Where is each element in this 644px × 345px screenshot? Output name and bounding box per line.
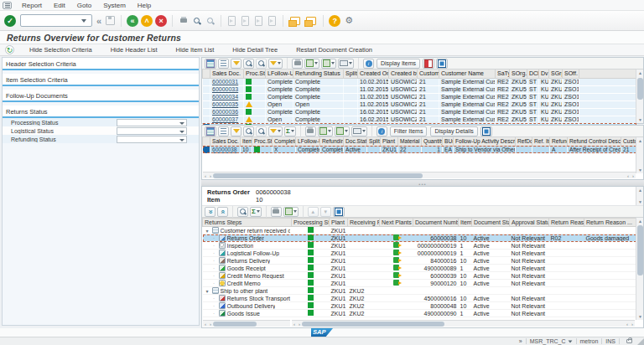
column-header[interactable]: SGrp [549, 70, 563, 78]
status-dropdown[interactable] [117, 119, 187, 126]
tree-row[interactable]: Ship to other plant ZKU1 ZKU2 [203, 287, 636, 295]
tree-expander-icon[interactable] [211, 311, 217, 316]
header-list-row[interactable]: 60000035 Open Open 11.02.2015 USOWICZK 2… [203, 100, 636, 108]
layout-grid-icon[interactable] [205, 59, 216, 69]
views-icon[interactable] [304, 59, 319, 69]
tree-expander-icon[interactable] [211, 243, 217, 248]
item-list-vscrollbar[interactable]: ▲ ▼ [636, 137, 643, 173]
column-header[interactable]: LFollow-Up [266, 70, 293, 78]
export-icon[interactable] [335, 126, 350, 136]
statusbar-overflow-icon[interactable]: » [519, 338, 522, 344]
mail-icon[interactable] [338, 59, 354, 69]
legend-icon[interactable] [423, 59, 434, 69]
move-up-icon[interactable] [308, 207, 319, 217]
command-dropdown-icon[interactable] [81, 19, 86, 23]
menu-item[interactable]: Help [132, 1, 156, 10]
tree-expander-icon[interactable] [211, 250, 217, 255]
column-header[interactable]: Approval Status [510, 219, 549, 227]
column-header[interactable]: Refunding [320, 137, 344, 146]
column-header[interactable]: BUn [443, 137, 454, 146]
mail-icon[interactable] [351, 126, 367, 136]
menu-item[interactable]: Report [17, 1, 47, 10]
tree-expander-icon[interactable] [211, 281, 217, 286]
row-selector[interactable] [203, 100, 210, 108]
sales-doc-link[interactable]: 60000038 [212, 147, 236, 152]
help-icon[interactable]: ? [329, 15, 340, 27]
column-header[interactable]: Returns Steps [203, 219, 292, 227]
create-shortcut-icon[interactable] [306, 17, 316, 25]
sales-doc-link[interactable]: 60000035 [212, 101, 238, 107]
status-dropdown[interactable] [117, 136, 187, 143]
layout-grid-icon[interactable] [205, 126, 216, 136]
column-header[interactable]: Created by [389, 70, 418, 78]
status-dropdown[interactable] [117, 127, 187, 135]
column-header[interactable]: Customer C [621, 137, 636, 146]
column-header[interactable]: Plant [330, 219, 348, 227]
save-icon[interactable] [104, 15, 116, 27]
print-icon[interactable] [178, 16, 189, 26]
find-next-icon[interactable] [256, 59, 267, 69]
display-details-button[interactable]: Display Details [430, 126, 477, 136]
tree-row[interactable]: Returns Delivery ZKU1 84000016 10 Active… [203, 257, 636, 265]
tree-row[interactable]: Inspection ZKU1 000000000019 1 Active No… [203, 242, 636, 250]
row-selector[interactable] [203, 146, 210, 153]
column-header[interactable]: Refund Control Description [568, 137, 621, 146]
column-header[interactable]: Next Plants [380, 219, 413, 227]
sales-doc-link[interactable]: 60000037 [212, 116, 238, 122]
filter-icon[interactable] [231, 126, 242, 136]
new-session-icon[interactable] [290, 17, 300, 25]
column-header[interactable]: Follow-Up Activity Description [454, 137, 516, 146]
tree-row[interactable]: Credit Memo Request ZKU1 60000039 10 Act… [203, 272, 636, 280]
find-icon[interactable] [243, 126, 254, 136]
sales-doc-link[interactable]: 60000031 [212, 79, 238, 85]
column-header[interactable]: Return Reason ... [584, 219, 636, 227]
column-header[interactable]: Sales Doc. [210, 137, 241, 146]
system-dropdown-icon[interactable] [568, 340, 572, 342]
item-list-hscrollbar[interactable]: ‹› ‹› [203, 172, 636, 178]
menu-item[interactable]: System [98, 1, 131, 10]
display-items-button[interactable]: Display Items [377, 59, 420, 69]
graphic-icon[interactable] [436, 59, 448, 69]
header-list-row[interactable]: 60000034 Complete Complete 11.02.2015 US… [203, 93, 636, 100]
tree-row[interactable]: Customer return received directly ZKU1 [203, 227, 636, 234]
column-header[interactable]: Refunding Status [293, 70, 344, 78]
column-header[interactable]: Created On [358, 70, 389, 78]
sales-doc-link[interactable]: 60000036 [212, 109, 238, 115]
tree-expander-icon[interactable] [205, 228, 210, 234]
column-header[interactable]: Receiving Plant [348, 219, 380, 227]
tree-row[interactable]: Returns Order ZKU1 60000038 10 Active No… [203, 234, 636, 242]
tree-expander-icon[interactable] [211, 296, 217, 301]
export-icon[interactable] [321, 59, 336, 69]
graphic-icon[interactable] [333, 207, 345, 217]
column-header[interactable]: LFollow-Up [296, 137, 320, 146]
back-icon[interactable]: « [127, 15, 138, 27]
collapse-all-icon[interactable] [205, 207, 216, 217]
column-header[interactable]: Sales Doc. [210, 70, 244, 78]
panel-splitter[interactable] [201, 180, 644, 186]
print-icon[interactable] [305, 126, 316, 136]
find-icon[interactable] [191, 16, 202, 26]
previous-page-icon[interactable] [242, 16, 249, 26]
menu-item[interactable]: Edit [49, 1, 70, 10]
filter-icon[interactable] [231, 59, 242, 69]
tree-expander-icon[interactable] [211, 273, 217, 278]
graphic-icon[interactable] [480, 126, 492, 136]
column-header[interactable]: RefDoc [516, 137, 532, 146]
views-icon[interactable] [318, 126, 333, 136]
app-toolbar-button[interactable]: Hide Detail Tree [229, 45, 281, 54]
export-icon[interactable] [283, 207, 299, 217]
refresh-icon[interactable]: ↻ [5, 45, 14, 54]
system-menu-icon[interactable] [3, 2, 12, 9]
sum-icon[interactable] [250, 207, 262, 217]
filter-items-button[interactable]: Filter Items [390, 126, 428, 136]
system-field[interactable]: MSR_TRC_C [530, 338, 573, 344]
column-header[interactable]: Quantity [422, 137, 443, 146]
sort-ascending-icon[interactable] [218, 59, 229, 69]
column-header[interactable]: Customer [418, 70, 439, 78]
column-header[interactable]: Document Status [472, 219, 510, 227]
header-list-row[interactable]: 60000036 Complete Complete 16.02.2015 US… [203, 108, 636, 116]
column-header[interactable]: SOff. [563, 70, 579, 78]
tree-row[interactable]: Goods Issue ZKU1 ZKU2 4900000090 1 Activ… [203, 310, 636, 317]
tree-expander-icon[interactable] [211, 235, 217, 240]
sum-icon[interactable] [284, 126, 296, 136]
